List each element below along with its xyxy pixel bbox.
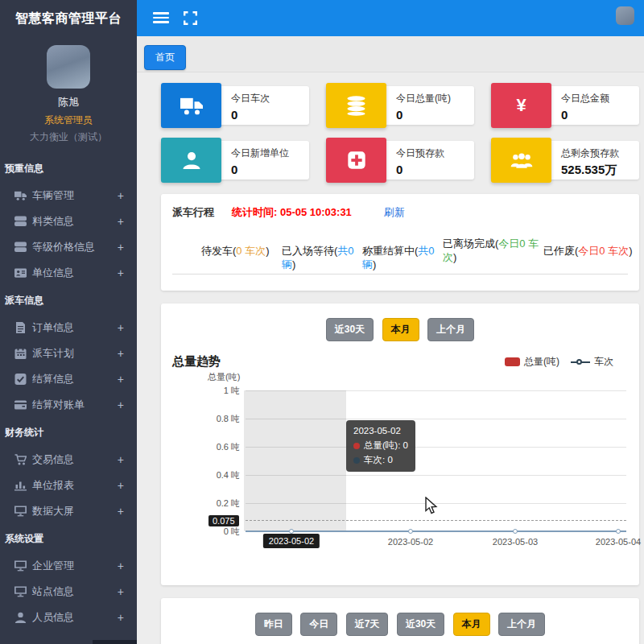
- data-point: [616, 529, 621, 534]
- tooltip-title: 2023-05-02: [353, 424, 408, 439]
- range-button-last-month[interactable]: 上个月: [427, 318, 474, 341]
- sidebar-item-grade-price-info[interactable]: 等级价格信息 +: [0, 234, 137, 260]
- topbar-user-avatar[interactable]: [616, 6, 634, 25]
- sidebar-item-data-screen[interactable]: 数据大屏 +: [0, 498, 137, 524]
- range-button-7d[interactable]: 近7天: [346, 613, 389, 636]
- sidebar-item-unit-info[interactable]: 单位信息 +: [0, 260, 137, 286]
- user-profile: 陈旭 系统管理员 大力衡业（测试）: [0, 37, 137, 144]
- line-legend-marker: [571, 361, 590, 363]
- stat-card-today-amount: ¥ 今日总金额 0: [491, 86, 639, 125]
- range-button-this-month[interactable]: 本月: [382, 318, 419, 341]
- sidebar-item-label: 站点信息: [32, 584, 118, 599]
- sidebar-item-settlement-info[interactable]: 结算信息 +: [0, 366, 137, 392]
- sidebar-item-label: 结算对账单: [32, 398, 118, 412]
- main-content: 今日车次 0 今日总量(吨) 0 ¥ 今日总金额 0 今日新增单位 0: [137, 72, 644, 644]
- bar-legend-marker: [505, 357, 520, 366]
- range-button-30d[interactable]: 近30天: [326, 318, 374, 341]
- sidebar-item-label: 派车计划: [32, 346, 118, 361]
- plus-icon: +: [118, 505, 124, 518]
- sidebar-item-label: 数据大屏: [32, 504, 118, 518]
- plus-icon: +: [118, 373, 124, 386]
- sidebar-item-unit-report[interactable]: 单位报表 +: [0, 473, 137, 498]
- sidebar-menu: 预重信息 车辆管理 + 料类信息 + 等级价格信息 + 单位信息 + 派车信息 …: [0, 154, 137, 630]
- sidebar-item-enterprise-mgmt[interactable]: 企业管理 +: [0, 553, 137, 579]
- section-header-finance: 财务统计: [0, 418, 137, 447]
- sidebar-item-label: 单位信息: [32, 266, 118, 280]
- sidebar-item-transaction-info[interactable]: 交易信息 +: [0, 447, 137, 473]
- range-button-this-month[interactable]: 本月: [453, 613, 490, 636]
- sidebar-item-site-info[interactable]: 站点信息 +: [0, 579, 137, 605]
- section-header-dispatch: 派车信息: [0, 286, 137, 315]
- topbar: [137, 0, 644, 36]
- range-button-last-month[interactable]: 上个月: [498, 613, 545, 636]
- user-avatar[interactable]: [47, 45, 90, 89]
- sidebar-item-label: 企业管理: [32, 559, 118, 573]
- monitor-icon: [14, 506, 32, 517]
- stat-label: 今日总量(吨): [396, 92, 451, 105]
- tab-home[interactable]: 首页: [144, 45, 186, 70]
- trend-range-buttons: 近30天 本月 上个月: [172, 318, 628, 341]
- stat-card-today-tonnage: 今日总量(吨) 0: [326, 86, 474, 125]
- plus-icon: +: [118, 453, 124, 466]
- range-button-yesterday[interactable]: 昨日: [255, 613, 292, 636]
- cart-icon: [14, 454, 32, 465]
- x-tick: 2023-05-03: [493, 537, 538, 547]
- legend-item-trips[interactable]: 车次: [571, 355, 613, 369]
- sidebar-item-vehicle-mgmt[interactable]: 车辆管理 +: [0, 183, 137, 208]
- stat-value: 0: [231, 108, 270, 122]
- y-tick: 1 吨: [224, 385, 240, 397]
- plot-area: 0.075 2023-05-02 2023-05-02 2023-05-03 2…: [246, 390, 626, 531]
- monitor-icon: [14, 586, 32, 597]
- material-range-buttons: 昨日 今日 近7天 近30天 本月 上个月: [172, 613, 628, 636]
- plus-icon: +: [118, 347, 124, 360]
- tooltip-series-dot: [353, 443, 360, 449]
- stat-label: 总剩余预存款: [561, 147, 619, 160]
- boxes-icon: [14, 242, 32, 253]
- stat-value: 0: [396, 163, 444, 176]
- stats-grid: 今日车次 0 今日总量(吨) 0 ¥ 今日总金额 0 今日新增单位 0: [161, 86, 639, 180]
- horizontal-scrollbar-thumb[interactable]: [93, 640, 137, 644]
- plus-icon: +: [118, 585, 124, 598]
- reference-dashed-line: [246, 520, 626, 521]
- x-tick: 2023-05-04: [596, 537, 641, 547]
- y-tick: 0.8 吨: [217, 413, 240, 425]
- status-departed-complete[interactable]: 已离场完成(今日0 车次): [443, 237, 541, 264]
- dispatch-title: 派车行程: [172, 205, 214, 220]
- sidebar: 智慧客商管理平台 陈旭 系统管理员 大力衡业（测试） 预重信息 车辆管理 + 料…: [0, 0, 137, 644]
- sidebar-item-settlement-statement[interactable]: 结算对账单 +: [0, 392, 137, 418]
- stat-value: 525.535万: [561, 163, 619, 178]
- sidebar-item-order-info[interactable]: 订单信息 +: [0, 315, 137, 341]
- range-button-today[interactable]: 今日: [300, 613, 337, 636]
- status-pending-departure[interactable]: 待发车(0 车次): [201, 244, 275, 258]
- tab-bar: 首页: [137, 36, 644, 72]
- section-header-system: 系统设置: [0, 524, 137, 553]
- range-button-30d[interactable]: 近30天: [397, 613, 444, 636]
- sidebar-item-label: 交易信息: [32, 452, 118, 467]
- data-point: [513, 529, 518, 534]
- calendar-icon: [14, 348, 32, 359]
- stat-card-today-trips: 今日车次 0: [161, 86, 309, 125]
- sidebar-item-personnel-info[interactable]: 人员信息 +: [0, 605, 137, 630]
- y-tick: 0 吨: [224, 526, 240, 538]
- sidebar-item-dispatch-plan[interactable]: 派车计划 +: [0, 341, 137, 366]
- sidebar-item-material-info[interactable]: 料类信息 +: [0, 208, 137, 234]
- wallet-icon: [14, 399, 32, 411]
- fullscreen-icon[interactable]: [184, 11, 197, 28]
- status-entered-waiting[interactable]: 已入场等待(共0辆): [282, 244, 361, 271]
- sidebar-item-label: 等级价格信息: [32, 240, 118, 254]
- sidebar-item-label: 订单信息: [32, 320, 118, 335]
- sidebar-item-label: 单位报表: [32, 478, 118, 493]
- legend-item-tonnage[interactable]: 总量(吨): [505, 355, 559, 369]
- plus-icon: +: [118, 559, 124, 572]
- status-voided[interactable]: 已作废(今日0 车次): [543, 244, 644, 258]
- yen-icon: ¥: [491, 83, 551, 128]
- user-role: 系统管理员: [0, 114, 137, 127]
- plus-icon: +: [118, 266, 124, 279]
- status-weighing-settling[interactable]: 称重结算中(共0辆): [362, 244, 441, 271]
- hamburger-menu-icon[interactable]: [153, 12, 169, 26]
- reference-line-label: 0.075: [208, 515, 239, 526]
- id-card-icon: [14, 267, 32, 279]
- chart-tooltip: 2023-05-02 总量(吨): 0 车次: 0: [346, 420, 415, 472]
- sidebar-item-label: 结算信息: [32, 372, 118, 386]
- refresh-link[interactable]: 刷新: [384, 205, 405, 220]
